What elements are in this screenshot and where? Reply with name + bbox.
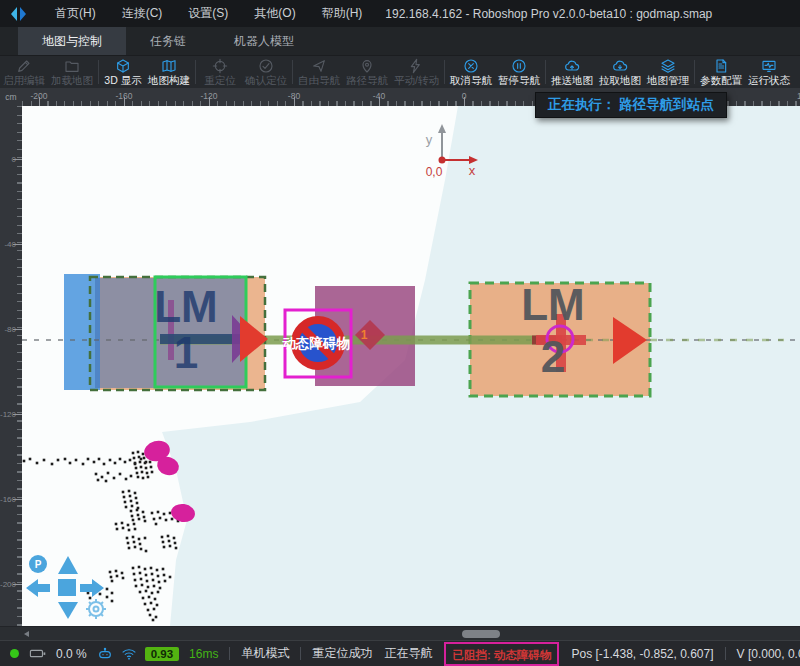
ruler-left-tick: [13, 414, 22, 415]
cube-3d-icon: [115, 57, 131, 74]
station-lm1-name: LM: [154, 282, 218, 331]
toolbar-button-cloud-download[interactable]: 拉取地图: [596, 56, 644, 88]
map-icon: [161, 57, 177, 74]
location-pin-icon: [359, 57, 375, 74]
toolbar-button-label: 暂停导航: [498, 74, 540, 87]
toolbar-button-cloud-upload[interactable]: 推送地图: [548, 56, 596, 88]
toolbar-button-check-circle[interactable]: 确认定位: [242, 56, 290, 88]
localization-score-badge: 0.93: [145, 647, 179, 661]
divider: [725, 647, 726, 660]
layers-icon: [660, 57, 676, 74]
toolbar-button-folder[interactable]: 加载地图: [48, 56, 96, 88]
toolbar-button-lightning[interactable]: 平动/转动: [391, 56, 442, 88]
ruler-top-tick: [124, 97, 125, 106]
origin-x-label: x: [469, 163, 476, 178]
origin-point: [439, 157, 446, 164]
app-logo-icon: [10, 6, 28, 22]
window-title: 192.168.4.162 - Roboshop Pro v2.0.0-beta…: [385, 7, 712, 21]
ruler-left-tick: [13, 584, 22, 585]
tab-0[interactable]: 地图与控制: [18, 27, 126, 55]
menu-bar: 首页(H)连接(C)设置(S)其他(O)帮助(H) 192.168.4.162 …: [0, 0, 800, 27]
toolbar-button-crosshair[interactable]: 重定位: [198, 56, 242, 88]
toolbar-separator: [545, 60, 546, 84]
ruler-left-tick: [13, 499, 22, 500]
toolbar-separator: [195, 60, 196, 84]
toolbar-separator: [694, 60, 695, 84]
robot-icon: [97, 646, 113, 662]
menu-item[interactable]: 设置(S): [175, 0, 241, 27]
station-lm1-number: 1: [174, 328, 198, 377]
station-lm2-number: 2: [541, 332, 565, 381]
menu-item[interactable]: 首页(H): [42, 0, 109, 27]
toolbar-button-label: 启用编辑: [3, 74, 45, 87]
check-circle-icon: [258, 57, 274, 74]
toolbar-button-cancel-circle[interactable]: 取消导航: [447, 56, 495, 88]
toolbar-button-pause-circle[interactable]: 暂停导航: [495, 56, 543, 88]
tab-bar: 地图与控制任务链机器人模型: [0, 27, 800, 56]
toolbar-button-monitor-pulse[interactable]: 运行状态: [745, 56, 793, 88]
crosshair-icon: [212, 57, 228, 74]
map-workspace: cm -200-160-120-80-4004080120160 0-40-80…: [0, 88, 800, 640]
doc-config-icon: [713, 57, 729, 74]
map-canvas[interactable]: LM 1 1 动态障碍物 LM 2: [22, 106, 800, 626]
toolbar: 启用编辑加载地图3D 显示地图构建重定位确认定位自由导航路径导航平动/转动取消导…: [0, 56, 800, 88]
status-bar: 0.0 % 0.93 16ms 单机模式 重定位成功 正在导航 已阻挡: 动态障…: [0, 640, 800, 666]
toolbar-button-nav-arrow[interactable]: 自由导航: [295, 56, 343, 88]
path-point-number: 1: [361, 328, 368, 342]
blocked-warning-box: 已阻挡: 动态障碍物: [444, 642, 559, 666]
menu-item[interactable]: 其他(O): [241, 0, 308, 27]
toolbar-button-pencil[interactable]: 启用编辑: [0, 56, 48, 88]
toolbar-button-layers[interactable]: 地图管理: [644, 56, 692, 88]
toolbar-button-label: 3D 显示: [104, 74, 141, 87]
velocity-readout: V [0.000, 0.000, 0.000]: [737, 647, 800, 661]
toolbar-button-doc-config[interactable]: 参数配置: [697, 56, 745, 88]
pad-stop-button[interactable]: [58, 579, 76, 596]
relocation-status: 重定位成功: [312, 645, 372, 662]
toolbar-separator: [444, 60, 445, 84]
wifi-icon: [121, 646, 137, 662]
station-lm2-name: LM: [521, 280, 585, 329]
scrollbar-thumb[interactable]: [462, 630, 500, 638]
pause-circle-icon: [511, 57, 527, 74]
ruler-left-tick: [13, 159, 22, 160]
mode-label: 单机模式: [241, 645, 289, 662]
toolbar-button-label: 加载地图: [51, 74, 93, 87]
ruler-left-tick: [13, 329, 22, 330]
menu-item[interactable]: 帮助(H): [309, 0, 376, 27]
toolbar-button-cube-3d[interactable]: 3D 显示: [101, 56, 145, 88]
scroll-left-arrow-icon[interactable]: [24, 631, 29, 637]
ruler-top-tick: [294, 97, 295, 106]
folder-icon: [64, 57, 80, 74]
navigation-status: 正在导航: [384, 645, 432, 662]
toolbar-button-label: 确认定位: [245, 74, 287, 87]
robot-footprint: [64, 274, 100, 390]
tab-1[interactable]: 任务链: [126, 27, 210, 55]
connection-status-dot: [10, 649, 19, 658]
battery-icon: [29, 645, 46, 662]
toolbar-button-label: 参数配置: [700, 74, 742, 87]
toolbar-button-map[interactable]: 地图构建: [145, 56, 193, 88]
cloud-upload-icon: [564, 57, 580, 74]
toolbar-button-label: 取消导航: [450, 74, 492, 87]
toolbar-button-label: 自由导航: [298, 74, 340, 87]
origin-y-label: y: [426, 132, 433, 147]
execution-toast: 正在执行： 路径导航到站点: [535, 92, 727, 118]
ruler-top-tick: [39, 97, 40, 106]
toolbar-button-label: 地图构建: [148, 74, 190, 87]
toolbar-button-label: 平动/转动: [394, 74, 439, 87]
divider: [229, 647, 230, 660]
ruler-top-tick: [209, 97, 210, 106]
obstacle-label: 动态障碍物: [282, 335, 350, 351]
cancel-circle-icon: [463, 57, 479, 74]
lm1-heading-bar: [160, 334, 244, 344]
ruler-left-tick: [13, 244, 22, 245]
horizontal-scrollbar[interactable]: [0, 626, 800, 640]
tab-2[interactable]: 机器人模型: [210, 27, 318, 55]
ruler-top-tick: [464, 97, 465, 106]
toolbar-separator: [292, 60, 293, 84]
menu-items: 首页(H)连接(C)设置(S)其他(O)帮助(H): [42, 0, 375, 27]
origin-zero-label: 0,0: [426, 165, 443, 179]
menu-item[interactable]: 连接(C): [109, 0, 176, 27]
toolbar-button-location-pin[interactable]: 路径导航: [343, 56, 391, 88]
cloud-download-icon: [612, 57, 628, 74]
